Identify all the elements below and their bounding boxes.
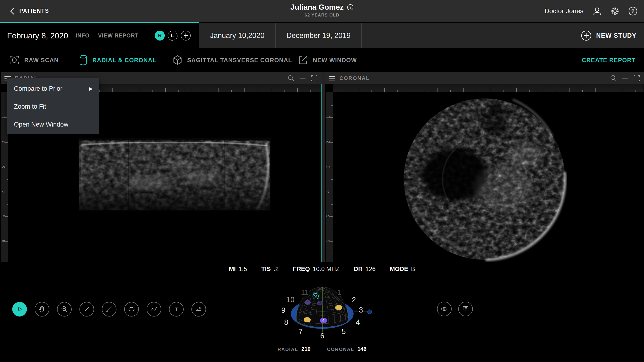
ruler-tick	[331, 179, 333, 180]
ruler-tick	[331, 254, 333, 254]
zoom-tool-button[interactable]	[57, 302, 72, 316]
coronal-panel-header: CORONAL	[325, 72, 644, 84]
mode-new-window[interactable]: NEW WINDOW	[298, 48, 357, 72]
coronal-panel-menu-button[interactable]	[329, 76, 335, 80]
coronal-panel: CORONAL 123456	[325, 72, 644, 262]
dome-marker-yellow[interactable]	[335, 305, 342, 310]
status-item: DR 126	[354, 265, 376, 273]
hamburger-icon	[329, 76, 335, 80]
caliper-measure-icon	[105, 306, 113, 313]
clock-number-9[interactable]: 9	[281, 306, 285, 314]
ellipse-icon	[128, 306, 136, 313]
clock-number-4[interactable]: 4	[356, 318, 360, 326]
pointer-tool-button[interactable]	[12, 302, 27, 316]
ruler-tick	[331, 130, 333, 130]
annotation-list-bubble-icon	[462, 305, 469, 313]
visibility-button[interactable]	[437, 302, 452, 316]
ruler-tick	[99, 90, 100, 92]
text-tool-button[interactable]: T	[169, 302, 184, 316]
measure-tool-button[interactable]	[102, 302, 116, 316]
fullscreen-icon[interactable]	[311, 75, 318, 82]
raw-scan-icon	[9, 54, 20, 66]
angle-readouts: RADIAL 210 CORONAL 146	[278, 346, 366, 352]
context-menu-item[interactable]: Zoom to Fit ▶	[7, 98, 99, 116]
ruler-number: 2	[326, 140, 331, 144]
status-label: MODE	[390, 265, 408, 273]
ruler-tick	[331, 204, 333, 204]
mode-radial-coronal[interactable]: RADIAL & CORONAL	[78, 48, 156, 72]
help-button[interactable]: ?	[628, 6, 638, 16]
ellipse-tool-button[interactable]	[124, 302, 139, 316]
ruler-number: 5	[326, 214, 331, 219]
ruler-tick	[622, 88, 622, 92]
clock-number-5[interactable]: 5	[342, 327, 346, 336]
minimize-icon[interactable]	[622, 74, 628, 82]
ruler-tick	[450, 90, 451, 92]
info-button[interactable]: INFO	[76, 32, 90, 39]
new-study-button[interactable]: NEW STUDY	[581, 23, 636, 48]
view-report-button[interactable]: VIEW REPORT	[98, 32, 138, 39]
coronal-image-area[interactable]	[333, 92, 644, 262]
doctor-name[interactable]: Doctor Jones	[544, 7, 584, 15]
coronal-vertical-ruler: 123456	[326, 92, 333, 262]
clock-3-handle[interactable]	[368, 310, 372, 314]
status-item: MODE B	[390, 265, 415, 273]
ruler-tick	[6, 229, 8, 229]
mode-raw-scan[interactable]: RAW SCAN	[9, 48, 59, 72]
eye-icon	[440, 305, 448, 313]
pan-tool-button[interactable]	[35, 302, 49, 316]
clock-number-1[interactable]: 1	[337, 288, 341, 296]
zoom-icon[interactable]	[287, 74, 295, 82]
clock-number-8[interactable]: 8	[284, 318, 288, 326]
header-actions: Doctor Jones ?	[544, 0, 638, 22]
context-menu-item[interactable]: Open New Window ▶	[7, 116, 99, 134]
laterality-right-button[interactable]: R	[155, 31, 165, 40]
angle-readout-value: 146	[357, 346, 366, 352]
gear-icon	[610, 6, 620, 16]
coronal-panel-title: CORONAL	[340, 75, 370, 81]
clock-number-2[interactable]: 2	[352, 296, 356, 304]
create-report-button[interactable]: CREATE REPORT	[582, 48, 636, 72]
annotations-list-button[interactable]	[458, 302, 473, 316]
freehand-tool-button[interactable]	[146, 302, 161, 316]
status-value: .2	[274, 265, 279, 273]
clock-number-3[interactable]: 3	[359, 306, 363, 314]
dome-marker-yellow[interactable]	[304, 317, 311, 322]
ruler-tick	[358, 88, 358, 92]
arrow-tool-button[interactable]	[80, 302, 94, 316]
ruler-tick	[490, 88, 490, 92]
ruler-number: 4	[1, 189, 6, 194]
context-menu-item[interactable]: Compare to Prior ▶	[7, 80, 99, 98]
clock-number-11[interactable]: 11	[301, 288, 308, 296]
patients-label[interactable]: PATIENTS	[19, 8, 49, 14]
fullscreen-icon[interactable]	[633, 75, 640, 82]
minimize-icon[interactable]	[299, 74, 306, 82]
settings-button[interactable]	[610, 6, 620, 16]
text-icon: T	[172, 306, 180, 313]
user-profile-button[interactable]	[592, 6, 602, 16]
mode-sagittal[interactable]: SAGITTAL TANSVERSE CORONAL	[172, 48, 292, 72]
laterality-left-button[interactable]: L	[168, 31, 178, 40]
clock-number-6[interactable]: 6	[320, 332, 324, 340]
study-tab[interactable]: December 19, 2019	[276, 23, 362, 48]
study-tab[interactable]: January 10,2020	[199, 23, 276, 48]
clock-number-10[interactable]: 10	[286, 296, 294, 304]
ruler-tick	[464, 88, 464, 92]
submenu-arrow-icon: ▶	[89, 86, 93, 92]
panel-gap	[322, 72, 325, 262]
coronal-ultrasound-image	[402, 97, 567, 262]
ruler-tick	[331, 105, 333, 106]
plus-icon	[183, 33, 188, 38]
ruler-number: 5	[1, 214, 6, 219]
clock-number-7[interactable]: 7	[298, 328, 302, 336]
context-menu: Compare to Prior ▶ Zoom to Fit ▶ Open Ne…	[7, 78, 99, 134]
add-laterality-button[interactable]	[181, 31, 191, 40]
ruler-tick	[503, 90, 504, 92]
study-date[interactable]: February 8, 2020	[7, 31, 68, 40]
zoom-icon[interactable]	[610, 74, 617, 82]
sliders-icon	[195, 306, 202, 313]
adjustments-tool-button[interactable]	[192, 302, 206, 316]
patient-info-icon[interactable]	[347, 4, 354, 10]
patients-back-button[interactable]: PATIENTS	[9, 0, 49, 22]
study-tab-active[interactable]: February 8, 2020 INFO VIEW REPORT R L	[0, 23, 199, 48]
